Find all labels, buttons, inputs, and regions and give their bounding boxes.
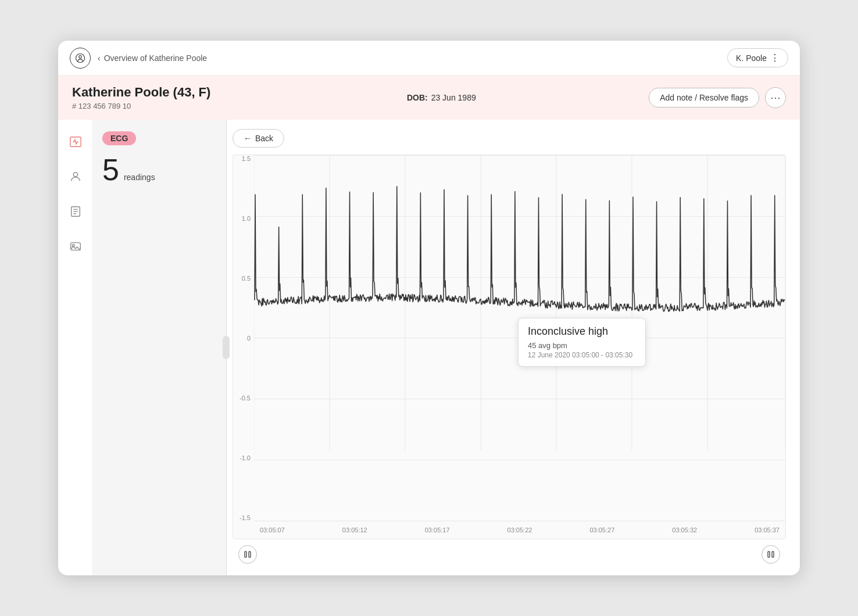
chart-area: ← Back 1.5 1.0 0.5 0 -0.5 -1.0 -1.5 [227, 120, 800, 575]
add-note-button[interactable]: Add note / Resolve flags [649, 88, 759, 108]
svg-point-1 [79, 55, 82, 58]
patient-dob-area: DOB: 23 Jun 1989 [384, 93, 476, 102]
patient-header-actions: Add note / Resolve flags ⋯ [649, 87, 786, 108]
readings-number: 5 [102, 155, 119, 185]
chart-wrapper: 1.5 1.0 0.5 0 -0.5 -1.0 -1.5 [233, 155, 786, 539]
x-axis: 03:05:07 03:05:12 03:05:17 03:05:22 03:0… [254, 521, 785, 539]
chevron-left-icon: ‹ [98, 53, 101, 63]
x-label-3: 03:05:17 [425, 527, 450, 533]
svg-rect-19 [249, 551, 251, 557]
patient-info: Katherine Poole (43, F) # 123 456 789 10 [72, 85, 210, 110]
svg-rect-21 [772, 551, 774, 557]
more-icon: ⋯ [770, 91, 781, 104]
readings-count: 5 readings [102, 155, 217, 185]
y-label-neg0_5: -0.5 [239, 395, 251, 402]
y-axis: 1.5 1.0 0.5 0 -0.5 -1.0 -1.5 [233, 155, 254, 521]
y-label-0_5: 0.5 [242, 275, 251, 282]
dob-value: 23 Jun 1989 [431, 93, 476, 102]
svg-rect-20 [768, 551, 770, 557]
grid-line [254, 460, 785, 460]
sidebar-panel: ECG 5 readings [93, 120, 227, 575]
patient-more-button[interactable]: ⋯ [765, 87, 786, 108]
patient-name: Katherine Poole (43, F) [72, 85, 210, 100]
patient-dob: DOB: 23 Jun 1989 [407, 93, 476, 102]
x-label-1: 03:05:07 [260, 527, 285, 533]
sidebar-item-media[interactable] [65, 236, 86, 257]
nav-back-button[interactable]: ‹ Overview of Katherine Poole [98, 53, 207, 63]
pause-button-left[interactable] [238, 545, 257, 564]
top-nav-right: K. Poole ⋮ [727, 48, 788, 67]
y-label-1_0: 1.0 [242, 215, 251, 222]
x-label-7: 03:05:37 [755, 527, 780, 533]
app-logo [70, 48, 91, 69]
back-label: Back [255, 134, 273, 143]
app-container: ‹ Overview of Katherine Poole K. Poole ⋮… [58, 41, 800, 575]
user-more-icon: ⋮ [770, 52, 780, 63]
readings-label: readings [124, 173, 155, 182]
x-label-4: 03:05:22 [507, 527, 532, 533]
sidebar-item-notes[interactable] [65, 201, 86, 222]
pause-button-right[interactable] [762, 545, 780, 564]
dob-label: DOB: [407, 93, 428, 102]
patient-id: # 123 456 789 10 [72, 102, 210, 110]
svg-point-3 [73, 173, 77, 177]
nav-back-label: Overview of Katherine Poole [104, 53, 207, 63]
side-icons [58, 120, 93, 575]
x-label-6: 03:05:32 [672, 527, 697, 533]
svg-rect-18 [245, 551, 246, 557]
main-content: ECG 5 readings ← Back 1.5 1.0 0.5 [58, 120, 800, 575]
user-badge[interactable]: K. Poole ⋮ [727, 48, 788, 67]
ecg-waveform [254, 155, 785, 450]
top-nav-left: ‹ Overview of Katherine Poole [70, 48, 207, 69]
user-label: K. Poole [736, 53, 767, 63]
ecg-badge: ECG [102, 131, 136, 145]
chart-toolbar: ← Back [233, 129, 786, 148]
x-label-5: 03:05:27 [589, 527, 614, 533]
sidebar-item-ecg[interactable] [65, 131, 86, 152]
sidebar-item-patient[interactable] [65, 166, 86, 187]
chart-bottom-controls [233, 539, 786, 564]
y-label-neg1_0: -1.0 [239, 454, 251, 461]
y-label-1_5: 1.5 [242, 155, 251, 162]
arrow-left-icon: ← [244, 134, 252, 143]
y-label-neg1_5: -1.5 [239, 514, 251, 521]
patient-header: Katherine Poole (43, F) # 123 456 789 10… [58, 76, 800, 120]
top-nav: ‹ Overview of Katherine Poole K. Poole ⋮ [58, 41, 800, 76]
y-label-0: 0 [247, 335, 251, 342]
x-label-2: 03:05:12 [342, 527, 367, 533]
back-button[interactable]: ← Back [233, 129, 284, 148]
